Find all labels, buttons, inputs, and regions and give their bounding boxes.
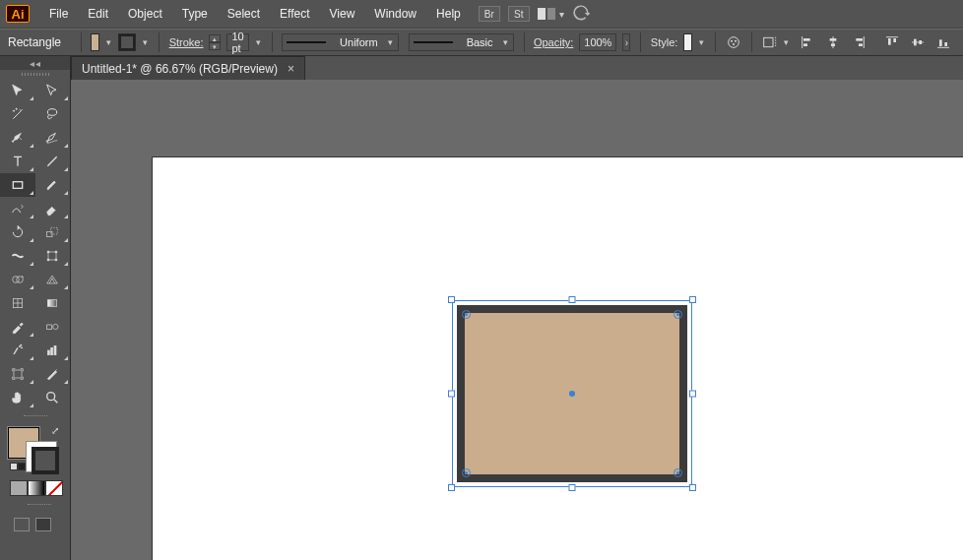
align-right-button[interactable] (847, 31, 870, 54)
align-to-button[interactable] (761, 31, 777, 53)
tool-blend[interactable] (35, 315, 71, 339)
default-fill-stroke-icon[interactable] (10, 463, 26, 470)
tool-shape-builder[interactable] (0, 268, 35, 291)
document-workarea: Untitled-1* @ 66.67% (RGB/Preview) × (71, 56, 963, 560)
brush-definition[interactable]: Basic ▾ (409, 33, 514, 51)
tool-mesh[interactable] (0, 291, 35, 315)
tool-eyedropper[interactable] (0, 315, 35, 339)
tool-eraser[interactable] (35, 197, 71, 220)
tool-scale[interactable] (35, 220, 71, 244)
tool-symbol-sprayer[interactable] (0, 339, 35, 362)
normal-screen-mode-button[interactable] (14, 518, 30, 531)
corner-widget-tr[interactable] (674, 310, 682, 319)
panel-grip[interactable] (0, 70, 70, 79)
align-hcenter-button[interactable] (821, 31, 845, 54)
opacity-field[interactable]: 100% (579, 33, 616, 51)
tool-selection[interactable] (0, 79, 35, 102)
canvas[interactable] (71, 80, 963, 560)
align-vcenter-button[interactable] (906, 31, 930, 54)
sync-settings-icon[interactable] (572, 4, 590, 25)
stroke-weight-field[interactable]: 10 pt (226, 33, 248, 51)
resize-handle-tr[interactable] (689, 296, 696, 303)
stroke-color-swatch[interactable] (26, 441, 57, 472)
tool-magic-wand[interactable] (0, 102, 35, 126)
menu-help[interactable]: Help (426, 0, 471, 28)
stroke-dropdown[interactable]: ▾ (142, 33, 149, 51)
align-top-button[interactable] (880, 31, 904, 54)
tool-rotate[interactable] (0, 220, 35, 244)
corner-widget-br[interactable] (674, 468, 682, 477)
resize-handle-br[interactable] (689, 484, 696, 491)
resize-handle-top[interactable] (569, 296, 576, 303)
resize-handle-bl[interactable] (448, 484, 455, 491)
tool-direct-selection[interactable] (35, 79, 71, 102)
fill-swatch[interactable] (91, 33, 99, 51)
style-label: Style: (651, 36, 678, 48)
tool-lasso[interactable] (35, 102, 71, 126)
menu-object[interactable]: Object (118, 0, 172, 28)
tool-free-transform[interactable] (35, 244, 71, 268)
none-mode-button[interactable] (45, 480, 63, 496)
graphic-style-swatch[interactable] (683, 33, 692, 51)
tool-column-graph[interactable] (35, 339, 71, 362)
resize-handle-left[interactable] (448, 391, 455, 398)
recolor-artwork-button[interactable] (726, 31, 741, 53)
fill-stroke-control[interactable]: ⤢ (0, 421, 70, 531)
menu-file[interactable]: File (39, 0, 78, 28)
opacity-label[interactable]: Opacity: (534, 36, 573, 48)
resize-handle-right[interactable] (689, 391, 696, 398)
tool-type[interactable] (0, 150, 35, 173)
resize-handle-tl[interactable] (448, 296, 455, 303)
stroke-weight-dropdown[interactable]: ▾ (255, 33, 262, 51)
change-screen-mode-button[interactable] (35, 518, 51, 531)
stroke-label[interactable]: Stroke: (169, 36, 204, 48)
opacity-dropdown[interactable]: › (622, 33, 630, 51)
panel-collapse-handle[interactable]: ◂◂ (0, 56, 70, 70)
tool-paintbrush[interactable] (35, 173, 71, 197)
align-left-button[interactable] (796, 31, 819, 54)
tool-line-segment[interactable] (35, 150, 71, 173)
tool-zoom[interactable] (35, 386, 71, 409)
menu-select[interactable]: Select (218, 0, 270, 28)
corner-widget-bl[interactable] (462, 468, 471, 477)
graphic-style-dropdown[interactable]: ▾ (698, 33, 705, 51)
tool-width[interactable] (0, 244, 35, 268)
svg-rect-10 (859, 43, 863, 46)
corner-widget-tl[interactable] (462, 310, 471, 319)
color-mode-button[interactable] (10, 480, 28, 496)
menu-view[interactable]: View (320, 0, 365, 28)
svg-point-28 (12, 277, 19, 283)
svg-rect-15 (939, 39, 942, 46)
document-tab[interactable]: Untitled-1* @ 66.67% (RGB/Preview) × (71, 56, 305, 80)
stock-chip[interactable]: St (508, 6, 530, 22)
tool-curvature[interactable] (35, 126, 71, 150)
tool-rectangle[interactable] (0, 173, 35, 197)
align-bottom-button[interactable] (931, 31, 955, 54)
workspace-switcher[interactable]: ▾ (538, 8, 564, 20)
swap-fill-stroke-icon[interactable]: ⤢ (51, 425, 59, 436)
menu-edit[interactable]: Edit (78, 0, 118, 28)
svg-point-18 (16, 108, 17, 109)
stroke-weight-stepper[interactable]: ▴▾ (209, 34, 221, 50)
gradient-mode-button[interactable] (28, 480, 45, 496)
menu-effect[interactable]: Effect (270, 0, 319, 28)
tool-hand[interactable] (0, 386, 35, 409)
tool-shaper[interactable] (0, 197, 35, 220)
fill-dropdown[interactable]: ▾ (105, 33, 112, 51)
menu-window[interactable]: Window (364, 0, 426, 28)
tool-artboard[interactable] (0, 362, 35, 386)
variable-width-profile[interactable]: Uniform ▾ (282, 33, 399, 51)
svg-rect-14 (919, 40, 922, 44)
close-tab-icon[interactable]: × (288, 62, 294, 76)
selected-rectangle[interactable] (452, 300, 692, 487)
align-distribute-cluster (796, 31, 955, 54)
tool-slice[interactable] (35, 362, 71, 386)
menu-type[interactable]: Type (172, 0, 218, 28)
stroke-swatch[interactable] (118, 33, 136, 51)
align-to-dropdown[interactable]: ▾ (783, 33, 790, 51)
tool-gradient[interactable] (35, 291, 71, 315)
resize-handle-bottom[interactable] (569, 484, 576, 491)
tool-pen[interactable] (0, 126, 35, 150)
tool-perspective-grid[interactable] (35, 268, 71, 291)
bridge-chip[interactable]: Br (479, 6, 500, 22)
